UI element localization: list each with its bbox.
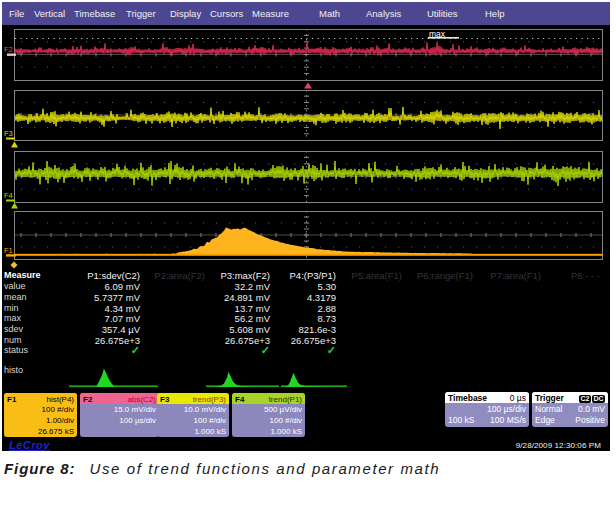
svg-text:F1: F1: [4, 246, 13, 255]
svg-text:max: max: [429, 29, 446, 39]
svg-text:F2: F2: [4, 45, 13, 54]
svg-text:F3: F3: [4, 129, 13, 138]
svg-text:F4: F4: [4, 191, 13, 200]
